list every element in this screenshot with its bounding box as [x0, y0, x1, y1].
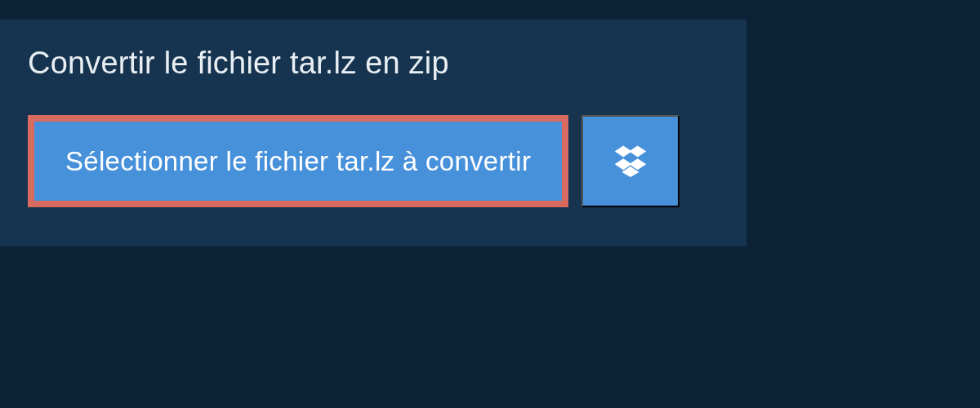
- dropbox-button[interactable]: [581, 115, 679, 207]
- title-container: Convertir le fichier tar.lz en zip: [0, 20, 488, 104]
- converter-panel: Convertir le fichier tar.lz en zip Sélec…: [0, 20, 746, 246]
- dropbox-icon: [613, 143, 648, 180]
- action-row: Sélectionner le fichier tar.lz à convert…: [28, 115, 746, 207]
- select-file-button[interactable]: Sélectionner le fichier tar.lz à convert…: [28, 115, 568, 207]
- page-title: Convertir le fichier tar.lz en zip: [28, 46, 449, 81]
